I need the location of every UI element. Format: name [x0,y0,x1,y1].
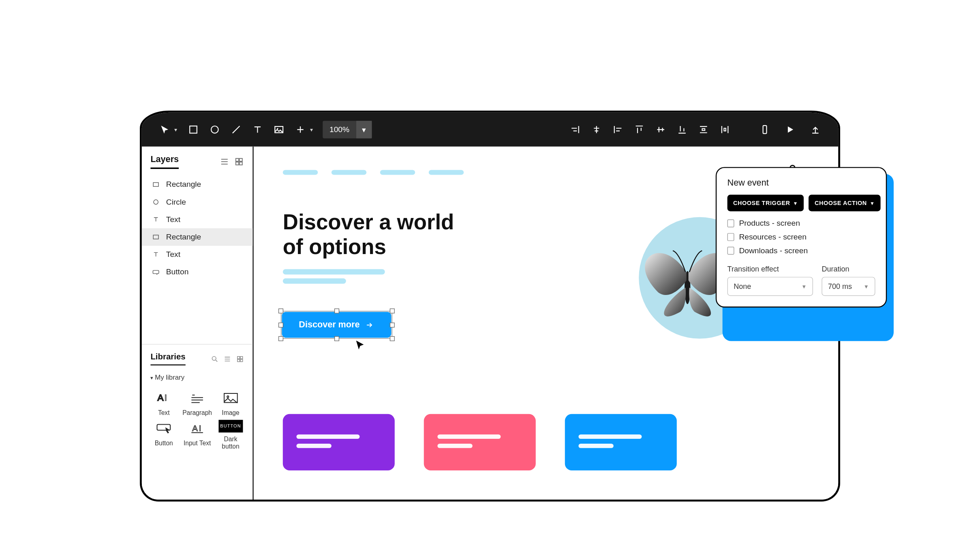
svg-rect-5 [236,158,239,161]
svg-point-21 [227,396,229,397]
zoom-value: 100% [323,125,356,134]
svg-text:I: I [199,423,201,432]
chevron-down-icon[interactable]: ▾ [174,126,177,133]
align-center-h-icon[interactable] [588,120,605,139]
libraries-title: Libraries [150,352,185,365]
feature-card[interactable] [424,414,536,470]
layer-item-selected[interactable]: Rectangle [142,228,253,246]
search-icon[interactable] [211,355,218,363]
layers-title: Layers [150,154,179,169]
layer-item[interactable]: Rectangle [142,176,253,193]
layer-item[interactable]: Circle [142,193,253,211]
layer-item[interactable]: Text [142,211,253,228]
library-item-inputtext[interactable]: AI Input Text [182,420,212,451]
svg-point-10 [154,200,158,204]
grid-view-icon[interactable] [234,157,244,167]
svg-rect-7 [236,162,239,165]
ellipse-tool-icon[interactable] [205,120,224,139]
rectangle-icon [152,233,160,241]
transition-select[interactable]: None▼ [728,277,813,296]
screen-item[interactable]: Downloads - screen [728,246,875,255]
library-item-darkbutton[interactable]: BUTTON Dark button [215,420,246,451]
event-panel-title: New event [728,178,875,188]
choose-action-button[interactable]: CHOOSE ACTION▼ [809,195,881,212]
text-icon [152,250,160,259]
list-view-icon[interactable] [223,355,231,363]
grid-view-icon[interactable] [236,355,244,363]
chevron-down-icon: ▼ [793,200,798,205]
svg-text:A: A [192,423,198,432]
align-left-icon[interactable] [610,120,626,139]
chevron-down-icon: ▼ [801,284,807,289]
library-item-button[interactable]: Button [149,420,179,451]
zoom-control[interactable]: 100% ▾ [323,121,372,138]
layer-item[interactable]: Text [142,246,253,263]
layers-panel-header: Layers [142,147,253,174]
svg-rect-15 [240,356,243,359]
event-panel: New event CHOOSE TRIGGER▼ CHOOSE ACTION▼… [716,167,887,308]
selected-element[interactable]: Discover more [277,307,396,343]
svg-point-13 [212,356,216,360]
libraries-panel: Libraries My library AI Text Pa [142,344,253,500]
line-tool-icon[interactable] [227,120,246,139]
left-sidebar: Layers Rectangle Circle Text Rectangle T… [142,147,254,500]
top-toolbar: ▾ ▾ 100% ▾ [142,113,838,147]
library-item-image[interactable]: Image [215,390,246,417]
text-icon [152,215,160,224]
align-right-icon[interactable] [567,120,584,139]
circle-icon [152,198,160,207]
chevron-down-icon[interactable]: ▾ [356,121,372,138]
hero-title: Discover a world of options [283,210,454,259]
svg-rect-6 [240,158,242,161]
feature-card[interactable] [565,414,677,470]
screen-item[interactable]: Resources - screen [728,233,875,241]
chevron-down-icon[interactable]: ▾ [310,126,313,133]
select-tool-icon[interactable] [155,120,174,139]
upload-icon[interactable] [806,120,825,139]
feature-cards [283,414,677,470]
svg-rect-9 [153,183,158,187]
device-preview-icon[interactable] [755,120,774,139]
distribute-h-icon[interactable] [717,120,733,139]
feature-card[interactable] [283,414,395,470]
alignment-tools [567,120,733,139]
library-item-paragraph[interactable]: Paragraph [182,390,212,417]
image-tool-icon[interactable] [270,120,288,139]
align-bottom-icon[interactable] [674,120,691,139]
choose-trigger-button[interactable]: CHOOSE TRIGGER▼ [728,195,804,212]
cursor-icon [355,340,365,352]
svg-rect-17 [240,359,243,361]
text-tool-icon[interactable] [248,120,267,139]
button-icon [152,268,160,277]
svg-text:A: A [158,393,164,403]
app-frame: ▾ ▾ 100% ▾ [140,111,840,502]
svg-rect-12 [153,270,158,274]
distribute-v-icon[interactable] [695,120,712,139]
svg-rect-16 [238,359,240,361]
svg-rect-14 [238,356,240,359]
rectangle-icon [152,180,160,189]
align-middle-v-icon[interactable] [653,120,669,139]
hero-subtitle-placeholder [283,269,385,284]
rectangle-tool-icon[interactable] [184,120,203,139]
svg-rect-0 [190,126,197,133]
library-group[interactable]: My library [142,369,253,385]
document-icon [728,220,734,227]
library-item-text[interactable]: AI Text [149,390,179,417]
layers-list: Rectangle Circle Text Rectangle Text But… [142,174,253,283]
align-top-icon[interactable] [631,120,648,139]
screen-item[interactable]: Products - screen [728,219,875,228]
duration-select[interactable]: 700 ms▼ [822,277,875,296]
nav-placeholder [283,170,464,175]
layer-item[interactable]: Button [142,263,253,281]
add-tool-icon[interactable] [291,120,310,139]
list-view-icon[interactable] [220,157,229,167]
svg-text:I: I [165,393,167,403]
document-icon [728,233,734,241]
dark-button-thumb: BUTTON [218,420,243,432]
play-icon[interactable] [781,120,800,139]
document-icon [728,247,734,254]
transition-label: Transition effect [728,265,813,273]
svg-rect-8 [240,162,242,165]
screen-list: Products - screen Resources - screen Dow… [728,219,875,255]
